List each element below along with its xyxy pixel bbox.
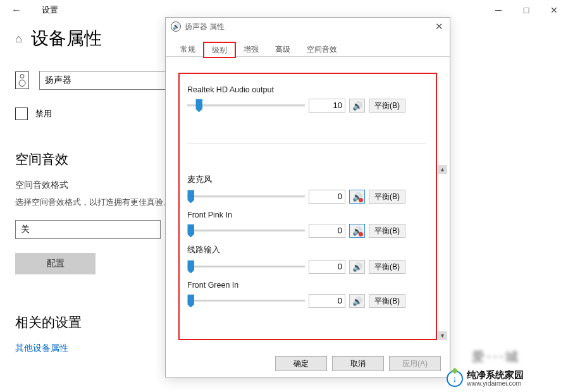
back-arrow-icon[interactable]: ← [11, 4, 22, 16]
scroll-up-icon[interactable]: ▲ [438, 165, 447, 174]
volume-value[interactable]: 0 [309, 294, 345, 308]
maximize-button[interactable]: □ [512, 0, 540, 20]
mute-button[interactable]: 🔊 [349, 190, 365, 204]
channel-name: Realtek HD Audio output [187, 85, 426, 94]
channel-name: 麦克风 [187, 175, 426, 185]
volume-slider[interactable] [187, 223, 305, 238]
balance-button[interactable]: 平衡(B) [369, 260, 405, 274]
settings-title: 设置 [42, 4, 58, 16]
muted-indicator-icon [359, 232, 363, 236]
volume-value[interactable]: 10 [309, 99, 345, 113]
spatial-format-dropdown[interactable]: 关 [15, 220, 161, 239]
volume-slider[interactable] [187, 259, 305, 274]
home-icon[interactable]: ⌂ [15, 32, 22, 46]
balance-button[interactable]: 平衡(B) [369, 224, 405, 238]
channel-block: 线路输入0🔊平衡(B) [187, 245, 426, 274]
dialog-titlebar: 🔊 扬声器 属性 ✕ [166, 18, 450, 35]
mute-button[interactable]: 🔊 [349, 294, 365, 308]
mute-button[interactable]: 🔊 [349, 260, 365, 274]
dialog-tabs: 常规级别增强高级空间音效 [166, 42, 450, 57]
watermark: ↓ 纯净系统家园 www.yidaimei.com [447, 370, 524, 387]
scroll-down-icon[interactable]: ▼ [438, 331, 447, 340]
cancel-button[interactable]: 取消 [332, 356, 384, 371]
ok-button[interactable]: 确定 [275, 356, 327, 371]
other-device-props-link[interactable]: 其他设备属性 [15, 343, 68, 353]
configure-button[interactable]: 配置 [15, 253, 96, 274]
device-name-field[interactable]: 扬声器 [39, 71, 173, 90]
tab-4[interactable]: 空间音效 [299, 42, 345, 57]
tab-3[interactable]: 高级 [267, 42, 299, 57]
mute-button[interactable]: 🔊 [349, 99, 365, 113]
apply-button[interactable]: 应用(A) [389, 356, 441, 371]
volume-slider[interactable] [187, 98, 305, 113]
channel-block: Front Green In0🔊平衡(B) [187, 281, 426, 309]
channel-name: Front Pink In [187, 211, 426, 219]
muted-indicator-icon [359, 198, 363, 202]
speaker-properties-dialog: 🔊 扬声器 属性 ✕ 常规级别增强高级空间音效 ▲ ▼ Realtek HD A… [165, 17, 450, 377]
watermark-blur: 爱···城 [472, 348, 521, 365]
channel-block: Front Pink In0🔊平衡(B) [187, 211, 426, 238]
volume-value[interactable]: 0 [309, 224, 345, 238]
volume-slider[interactable] [187, 293, 305, 309]
close-button[interactable]: ✕ [540, 0, 568, 20]
watermark-url: www.yidaimei.com [467, 380, 524, 387]
channel-name: Front Green In [187, 281, 426, 290]
mute-button[interactable]: 🔊 [349, 224, 365, 238]
volume-slider[interactable] [187, 189, 305, 204]
channel-block: Realtek HD Audio output10🔊平衡(B) [187, 85, 426, 144]
speaker-icon: 🔊 [352, 297, 362, 306]
tab-2[interactable]: 增强 [235, 42, 267, 57]
window-controls: ─ □ ✕ [485, 0, 568, 20]
channel-name: 线路输入 [187, 245, 426, 255]
volume-value[interactable]: 0 [309, 260, 345, 274]
page-title: 设备属性 [31, 27, 102, 51]
speaker-icon: 🔊 [352, 262, 362, 272]
balance-button[interactable]: 平衡(B) [369, 294, 405, 308]
levels-panel: ▲ ▼ Realtek HD Audio output10🔊平衡(B)麦克风0🔊… [178, 73, 437, 340]
volume-value[interactable]: 0 [309, 190, 345, 204]
minimize-button[interactable]: ─ [485, 0, 512, 20]
balance-button[interactable]: 平衡(B) [369, 190, 405, 204]
dialog-footer: 确定 取消 应用(A) [275, 356, 441, 371]
speaker-icon [15, 71, 29, 89]
channel-block: 麦克风0🔊平衡(B) [187, 175, 426, 204]
tab-0[interactable]: 常规 [172, 42, 204, 57]
balance-button[interactable]: 平衡(B) [369, 99, 405, 113]
dialog-title: 扬声器 属性 [185, 21, 225, 32]
disable-checkbox[interactable] [15, 107, 28, 120]
speaker-icon: 🔊 [352, 101, 362, 111]
tab-1[interactable]: 级别 [204, 42, 235, 58]
dialog-icon: 🔊 [171, 21, 181, 32]
watermark-name: 纯净系统家园 [467, 370, 524, 380]
dialog-close-button[interactable]: ✕ [432, 20, 446, 33]
watermark-logo-icon: ↓ [447, 371, 463, 387]
disable-label: 禁用 [35, 108, 52, 119]
